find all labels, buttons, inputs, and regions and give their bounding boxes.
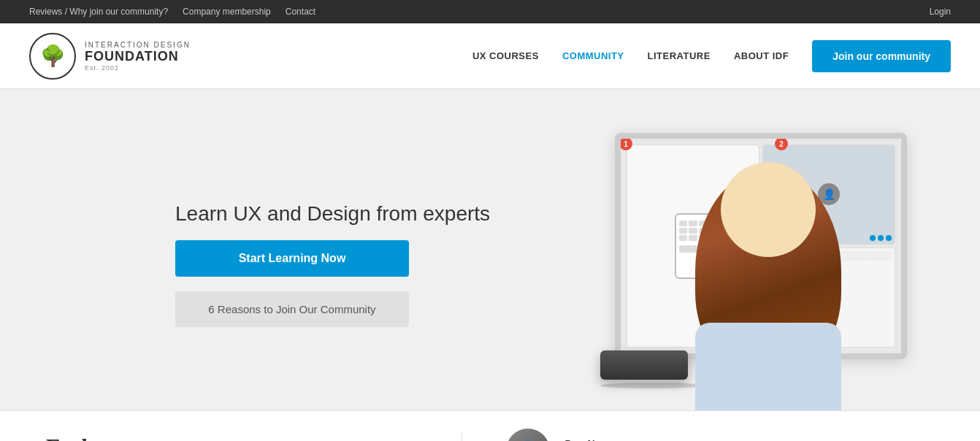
don-norman-name: Don Norman — [564, 438, 769, 442]
top-bar-link-contact[interactable]: Contact — [286, 7, 315, 17]
header: 🌳 INTERACTION DESIGN FOUNDATION Est. 200… — [0, 23, 980, 89]
logo-circle: 🌳 — [29, 33, 76, 80]
don-norman-info: Don Norman "A goldmine of information on… — [564, 438, 769, 442]
nav-literature[interactable]: LITERATURE — [648, 50, 711, 61]
login-link[interactable]: Login — [930, 7, 951, 17]
nav-ux-courses[interactable]: UX COURSES — [472, 50, 539, 61]
hero-title: Learn UX and Design from experts — [175, 202, 490, 226]
reasons-button[interactable]: 6 Reasons to Join Our Community — [175, 291, 409, 327]
person-head — [721, 162, 816, 257]
logo-tree-icon: 🌳 — [40, 44, 66, 68]
badge-2: 2 — [775, 137, 788, 150]
nav-about-idf[interactable]: ABOUT IDF — [734, 50, 789, 61]
top-bar-link-company[interactable]: Company membership — [183, 7, 271, 17]
testimonials-bar: Forbes .com "Ivy League level education … — [0, 410, 980, 441]
logo-text: INTERACTION DESIGN FOUNDATION Est. 2002 — [85, 41, 191, 72]
badge-1: 1 — [619, 137, 632, 150]
main-nav: UX COURSES COMMUNITY LITERATURE ABOUT ID… — [472, 40, 951, 72]
logo-est: Est. 2002 — [85, 64, 191, 72]
top-bar: Reviews / Why join our community? Compan… — [0, 0, 980, 23]
forbes-text: Forbes — [44, 434, 111, 442]
hero-section: Learn UX and Design from experts Start L… — [0, 89, 980, 410]
top-bar-link-reviews[interactable]: Reviews / Why join our community? — [29, 7, 168, 17]
person-body — [695, 323, 841, 410]
logo-name-top: INTERACTION DESIGN — [85, 41, 191, 49]
hero-illustration: 👤 — [542, 118, 907, 410]
start-learning-button[interactable]: Start Learning Now — [175, 240, 409, 277]
top-bar-links: Reviews / Why join our community? Compan… — [29, 7, 315, 17]
don-norman-area: 👤 Don Norman "A goldmine of information … — [506, 429, 769, 441]
forbes-logo: Forbes .com — [44, 434, 111, 442]
person-illustration — [673, 155, 863, 410]
logo[interactable]: 🌳 INTERACTION DESIGN FOUNDATION Est. 200… — [29, 33, 191, 80]
logo-name-bottom: FOUNDATION — [85, 49, 191, 64]
nav-community[interactable]: COMMUNITY — [562, 50, 624, 61]
hero-left: Learn UX and Design from experts Start L… — [175, 202, 490, 327]
join-community-button[interactable]: Join our community — [812, 40, 951, 72]
don-norman-avatar: 👤 — [506, 429, 550, 441]
divider — [462, 432, 462, 441]
